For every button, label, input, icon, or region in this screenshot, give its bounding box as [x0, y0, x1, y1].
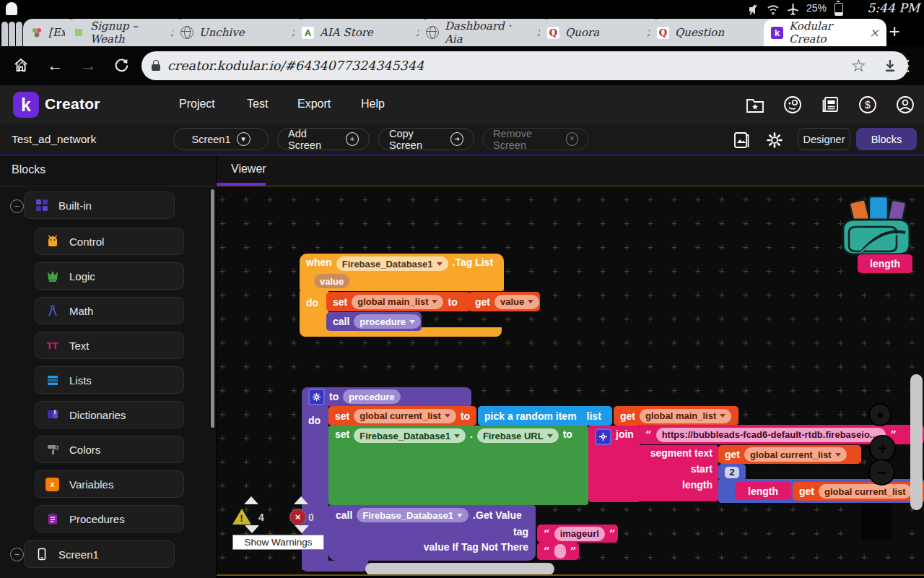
sidebar-item-procedures[interactable]: Procedures [35, 505, 184, 532]
empty-string-block[interactable]: “ ” [537, 543, 579, 560]
string-field[interactable] [554, 544, 566, 558]
reload-icon[interactable] [113, 56, 131, 74]
collapse-screen1-icon[interactable]: − [10, 548, 24, 561]
next-error-arrow[interactable] [295, 525, 309, 533]
get-main-list-block[interactable]: get global main_list [614, 406, 738, 426]
sidebar-item-colors[interactable]: Colors [35, 436, 184, 463]
tab-unchive[interactable]: Unchive × [173, 19, 308, 46]
event-param-chip[interactable]: value [314, 274, 349, 288]
address-bar[interactable]: creator.kodular.io/#6434077324345344 ☆ [141, 51, 908, 80]
property-dropdown[interactable]: Firebase URL [477, 428, 559, 443]
variable-dropdown[interactable]: global current_list [819, 484, 912, 499]
variable-dropdown[interactable]: global main_list [352, 295, 443, 309]
menu-test[interactable]: Test [247, 98, 268, 111]
procedure-name-field[interactable]: procedure [343, 389, 401, 404]
forward-button[interactable]: → [78, 56, 98, 76]
when-block-spine[interactable]: do [300, 291, 328, 330]
copy-screen-button[interactable]: Copy Screen ➜ [378, 128, 474, 150]
sidebar-item-variables[interactable]: x Variables [35, 470, 184, 498]
error-icon[interactable]: × [289, 509, 306, 525]
earnings-icon[interactable]: $ [858, 95, 878, 115]
variable-dropdown[interactable]: global main_list [640, 409, 731, 423]
mascot-icon[interactable] [783, 95, 803, 115]
segment-block[interactable]: segment text start length [639, 445, 718, 501]
sidebar-item-dictionaries[interactable]: Dictionaries [35, 401, 184, 428]
tab-question[interactable]: Q Question [650, 19, 778, 46]
url-text[interactable]: creator.kodular.io/#6434077324345344 [167, 59, 424, 73]
show-warnings-button[interactable]: Show Warnings [232, 535, 324, 550]
add-screen-button[interactable]: Add Screen + [277, 128, 370, 150]
sidebar-item-control[interactable]: Control [35, 228, 184, 255]
sidebar-item-lists[interactable]: Lists [35, 366, 184, 394]
tab-kodular-active[interactable]: k Kodular Creato × [764, 19, 886, 46]
settings-gear-icon[interactable] [765, 131, 784, 152]
component-dropdown[interactable]: Firebase_Database1 [354, 428, 466, 443]
blocks-tab-button[interactable]: Blocks [856, 128, 917, 150]
pick-random-item-block[interactable]: pick a random item list [478, 406, 612, 426]
call-procedure-block[interactable]: call procedure [326, 312, 422, 331]
warning-icon[interactable]: ! [232, 509, 251, 525]
prev-warning-arrow[interactable] [244, 496, 258, 504]
number-field[interactable]: 2 [725, 467, 738, 478]
imageurl-string-block[interactable]: “ imageurl ” [537, 525, 618, 543]
sidebar-item-math[interactable]: Math [35, 297, 184, 324]
sidebar-item-builtin[interactable]: Built-in [24, 191, 175, 219]
bookmark-star-icon[interactable]: ☆ [850, 56, 866, 76]
horizontal-scrollbar[interactable] [365, 563, 554, 575]
variable-dropdown[interactable]: global current_list [744, 447, 847, 462]
get-current-list-block[interactable]: get global current_list [718, 445, 861, 464]
join-block[interactable]: join [588, 426, 640, 502]
get-value-block[interactable]: get value [468, 292, 540, 311]
sidebar-item-screen1[interactable]: Screen1 [24, 540, 175, 568]
tab-aia-store[interactable]: A AIA Store × [295, 19, 432, 46]
new-tab-button[interactable]: + [884, 21, 905, 43]
floating-length-block[interactable]: length [858, 254, 912, 273]
stacked-tab-edge[interactable] [9, 22, 15, 46]
menu-help[interactable]: Help [361, 98, 385, 111]
set-current-list-block[interactable]: set global current_list to [328, 406, 476, 426]
tab-quora[interactable]: Q Quora × [540, 19, 663, 46]
string-field[interactable]: https://bubbleads-fcad6-default-rtdb.fir… [656, 428, 886, 442]
procedure-dropdown[interactable]: procedure [354, 314, 421, 329]
get-current-list-block-2[interactable]: get global current_list [793, 482, 924, 501]
trash-backpack-icon[interactable] [839, 195, 914, 257]
call-get-value-block[interactable]: call Firebase_Database1 .Get Value tag v… [328, 505, 536, 561]
set-firebase-url-block[interactable]: set Firebase_Database1 . Firebase URL to [328, 426, 588, 505]
zoom-in-control[interactable]: + [869, 435, 896, 462]
tab-signup[interactable]: Signup – Weath × [65, 19, 186, 46]
home-icon[interactable] [12, 56, 30, 74]
screen-select-button[interactable]: Screen1 ▾ [173, 128, 269, 150]
browser-menu-icon[interactable]: ⋮ [898, 56, 918, 76]
procedure-def-block[interactable]: to procedure [302, 387, 471, 406]
next-warning-arrow[interactable] [245, 525, 259, 533]
assets-icon[interactable] [732, 131, 751, 152]
back-button[interactable]: ← [45, 56, 65, 76]
variable-dropdown[interactable]: value [494, 295, 539, 309]
sidebar-scrollbar[interactable] [211, 189, 214, 428]
length-fn-block[interactable]: length [735, 482, 791, 500]
blocks-canvas[interactable]: +++++++++++++++++++++++++++++++ ++++++++… [217, 186, 924, 576]
component-dropdown[interactable]: Firebase_Database1 [336, 256, 448, 271]
sidebar-item-logic[interactable]: Logic [35, 262, 184, 290]
designer-tab-button[interactable]: Designer [798, 128, 850, 150]
procedure-def-foot[interactable] [302, 561, 368, 571]
center-view-control[interactable] [868, 403, 892, 426]
variable-dropdown[interactable]: global current_list [354, 409, 456, 423]
mutator-gear-icon[interactable] [308, 389, 325, 405]
viewer-tab[interactable]: Viewer [231, 163, 266, 176]
my-projects-icon[interactable] [745, 95, 765, 115]
prev-error-arrow[interactable] [294, 496, 308, 504]
zoom-out-control[interactable]: − [868, 459, 895, 486]
set-main-list-block[interactable]: set global main_list to [326, 292, 471, 311]
tab-dashboard[interactable]: Dashboard · Aia × [419, 19, 553, 46]
vertical-scrollbar[interactable] [910, 374, 923, 510]
stacked-tab-edge[interactable] [16, 22, 22, 46]
close-tab-icon[interactable]: × [869, 27, 879, 39]
menu-project[interactable]: Project [179, 98, 215, 111]
number-2-block[interactable]: 2 [718, 464, 746, 480]
component-dropdown[interactable]: Firebase_Database1 [357, 508, 468, 522]
mutator-gear-icon[interactable] [595, 428, 611, 445]
kodular-logo[interactable]: k [13, 92, 39, 118]
sidebar-item-text[interactable]: TT Text [35, 332, 184, 359]
menu-export[interactable]: Export [297, 98, 331, 111]
